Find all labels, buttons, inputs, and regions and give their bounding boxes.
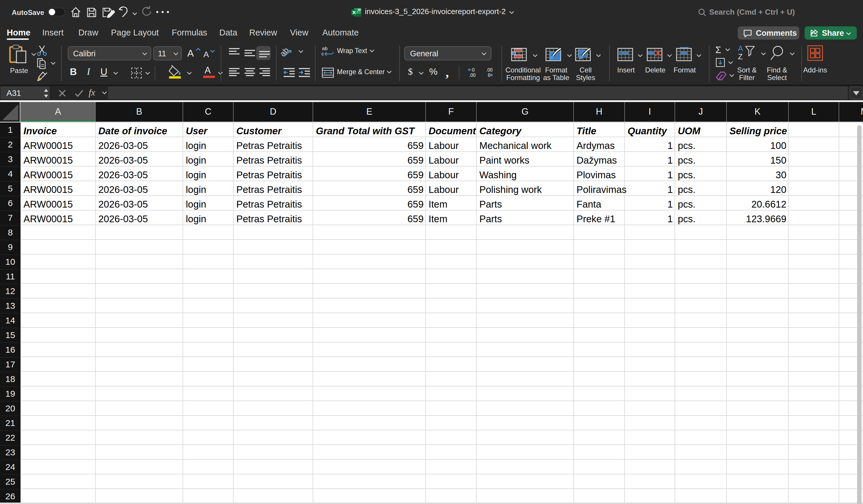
svg-text:c: c: [322, 51, 324, 56]
svg-text:A: A: [738, 44, 743, 53]
svg-text:ab: ab: [322, 46, 328, 51]
svg-text:.00: .00: [486, 67, 492, 73]
svg-text:.00: .00: [469, 73, 476, 78]
svg-text:Z: Z: [738, 52, 743, 61]
svg-text:0: 0: [472, 67, 475, 73]
